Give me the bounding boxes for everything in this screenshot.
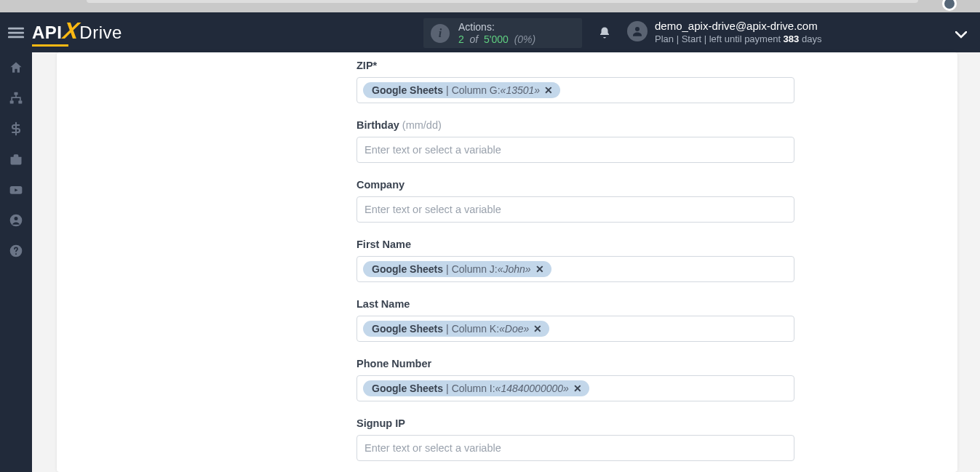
browser-chrome [0,0,980,12]
tag-column: Column K: [452,323,499,335]
field-label-birthday: Birthday (mm/dd) [356,119,794,131]
plan-name: Start [682,33,701,44]
plan-days-word: days [799,33,821,44]
tag-column: Column I: [452,383,495,394]
field-zip: ZIP*Google Sheets | Column G: «13501»✕ [356,60,794,103]
field-placeholder: Enter text or select a variable [363,442,501,454]
variable-tag[interactable]: Google Sheets | Column J: «John»✕ [363,261,551,277]
actions-used: 2 [458,33,464,45]
actions-usage: 2 of 5'000 (0%) [458,33,535,46]
actions-counter[interactable]: i Actions: 2 of 5'000 (0%) [423,18,582,48]
field-label-hint: (mm/dd) [402,119,442,131]
user-lines: demo_apix-drive@apix-drive.com Plan | St… [655,20,821,44]
svg-rect-2 [8,36,24,38]
field-input-phone[interactable]: Google Sheets | Column I: «14840000000»✕ [356,375,794,401]
field-placeholder: Enter text or select a variable [363,144,501,156]
logo[interactable]: API X Drive [32,19,122,46]
field-label-signup_ip: Signup IP [356,417,794,429]
field-label-text: Signup IP [356,417,405,429]
field-label-text: Phone Number [356,358,431,369]
actions-lines: Actions: 2 of 5'000 (0%) [458,21,535,46]
field-label-text: Last Name [356,298,410,310]
main-card: ZIP*Google Sheets | Column G: «13501»✕Bi… [57,52,957,472]
tag-sep: | [446,383,449,394]
actions-title: Actions: [458,21,535,33]
field-phone: Phone NumberGoogle Sheets | Column I: «1… [356,358,794,401]
plan-days-num: 383 [784,33,800,44]
svg-rect-0 [8,27,24,29]
tag-remove-icon[interactable]: ✕ [573,383,582,394]
field-signup_ip: Signup IPEnter text or select a variable [356,417,794,461]
notifications-button[interactable] [598,25,611,43]
field-last_name: Last NameGoogle Sheets | Column K: «Doe»… [356,298,794,342]
svg-rect-4 [15,92,18,95]
field-input-company[interactable]: Enter text or select a variable [356,196,794,223]
tag-remove-icon[interactable]: ✕ [535,263,544,275]
field-label-phone: Phone Number [356,358,794,369]
nav-tools[interactable] [0,144,32,175]
field-label-first_name: First Name [356,239,794,250]
tag-value: «14840000000» [495,383,569,394]
logo-text-api: API [32,23,63,43]
field-label-text: Company [356,179,405,191]
field-placeholder: Enter text or select a variable [363,204,501,215]
user-menu[interactable]: demo_apix-drive@apix-drive.com Plan | St… [627,20,821,44]
browser-profile-avatar[interactable] [942,0,957,11]
nav-home[interactable] [0,52,32,83]
user-avatar-icon [627,21,648,41]
svg-rect-5 [10,100,14,103]
field-input-signup_ip[interactable]: Enter text or select a variable [356,435,794,461]
tag-value: «Doe» [499,323,529,335]
nav-account[interactable] [0,205,32,236]
svg-point-3 [635,27,640,31]
variable-tag[interactable]: Google Sheets | Column G: «13501»✕ [363,82,560,98]
actions-pct-val: (0%) [514,33,536,45]
field-birthday: Birthday (mm/dd)Enter text or select a v… [356,119,794,163]
tag-source: Google Sheets [372,263,443,275]
svg-rect-6 [18,100,22,103]
user-plan: Plan | Start | left until payment 383 da… [655,33,821,44]
field-input-first_name[interactable]: Google Sheets | Column J: «John»✕ [356,256,794,282]
user-email: demo_apix-drive@apix-drive.com [655,20,821,32]
field-label-text: Birthday [356,119,402,131]
top-nav: API X Drive i Actions: 2 of 5'000 (0%) d… [0,12,980,52]
body-area: ZIP*Google Sheets | Column G: «13501»✕Bi… [0,52,980,472]
tag-source: Google Sheets [372,323,443,335]
tag-remove-icon[interactable]: ✕ [533,323,542,335]
tag-remove-icon[interactable]: ✕ [544,84,553,96]
nav-help[interactable] [0,236,32,266]
field-input-last_name[interactable]: Google Sheets | Column K: «Doe»✕ [356,316,794,342]
tag-sep: | [446,323,449,335]
actions-of-word: of [470,33,479,45]
user-menu-caret[interactable] [955,28,967,41]
field-company: CompanyEnter text or select a variable [356,179,794,223]
plan-prefix: Plan | [655,33,679,44]
logo-text-drive: Drive [79,23,122,43]
tag-source: Google Sheets [372,84,443,96]
url-bar[interactable] [87,0,918,3]
logo-text-x: X [61,17,81,44]
menu-toggle-button[interactable] [0,12,32,52]
tag-source: Google Sheets [372,383,443,394]
tag-sep: | [446,84,449,96]
field-label-text: First Name [356,239,411,250]
field-label-text: ZIP* [356,60,377,71]
tag-value: «13501» [501,84,541,96]
variable-tag[interactable]: Google Sheets | Column I: «14840000000»✕ [363,380,589,396]
tag-value: «John» [498,263,531,275]
tag-column: Column J: [452,263,498,275]
tag-sep: | [446,263,449,275]
field-first_name: First NameGoogle Sheets | Column J: «Joh… [356,239,794,282]
side-nav [0,52,32,472]
form-area: ZIP*Google Sheets | Column G: «13501»✕Bi… [356,52,794,461]
nav-video[interactable] [0,175,32,205]
field-label-zip: ZIP* [356,60,794,71]
svg-point-11 [15,253,17,255]
variable-tag[interactable]: Google Sheets | Column K: «Doe»✕ [363,321,549,337]
field-input-birthday[interactable]: Enter text or select a variable [356,137,794,163]
plan-mid: | left until payment [704,33,784,44]
nav-connections[interactable] [0,83,32,113]
logo-underline [32,44,68,47]
nav-billing[interactable] [0,113,32,144]
field-input-zip[interactable]: Google Sheets | Column G: «13501»✕ [356,77,794,103]
